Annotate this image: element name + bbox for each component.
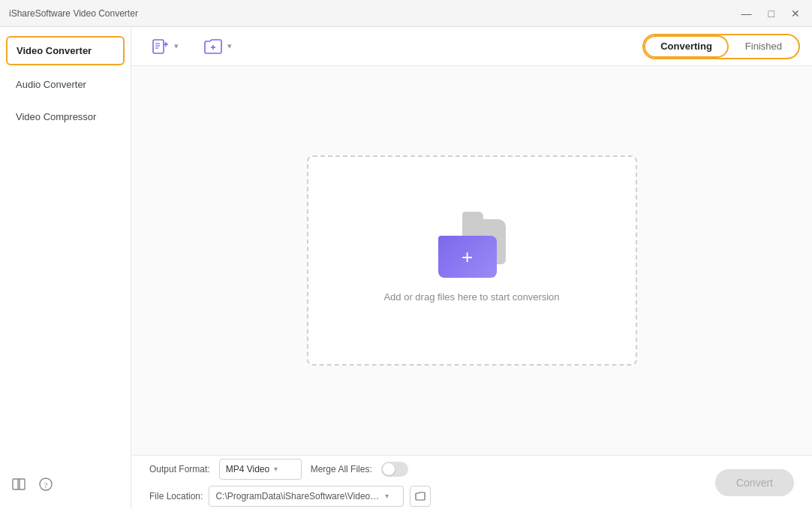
tab-converting[interactable]: Converting (644, 35, 729, 58)
file-location-row: File Location: C:\ProgramData\iShareSoft… (149, 486, 715, 507)
add-folder-button[interactable]: ▾ (195, 32, 239, 61)
add-folder-chevron: ▾ (227, 41, 232, 51)
minimize-button[interactable]: — (738, 8, 755, 20)
add-file-button[interactable]: ▾ (143, 32, 186, 61)
output-format-row: Output Format: MP4 Video ▾ Merge All Fil… (149, 459, 715, 480)
title-bar: iShareSoftware Video Converter — □ ✕ (0, 0, 812, 27)
svg-rect-1 (20, 479, 25, 489)
tab-finished[interactable]: Finished (729, 35, 798, 58)
bottom-main: Output Format: MP4 Video ▾ Merge All Fil… (149, 459, 794, 507)
file-location-label: File Location: (149, 491, 203, 501)
folder-front: + (438, 236, 497, 278)
add-file-chevron: ▾ (174, 41, 179, 51)
merge-all-files-label: Merge All Files: (311, 464, 372, 474)
file-path-chevron-icon: ▾ (385, 492, 389, 500)
drop-zone-wrapper: + Add or drag files here to start conver… (131, 66, 812, 455)
toolbar: ▾ ▾ Converting Finished (131, 27, 812, 66)
folder-icon: + (438, 219, 506, 278)
file-path-text: C:\ProgramData\iShareSoftware\Video Conv… (215, 491, 380, 501)
output-format-select[interactable]: MP4 Video ▾ (219, 459, 302, 480)
bottom-left: Output Format: MP4 Video ▾ Merge All Fil… (149, 459, 715, 507)
drop-zone[interactable]: + Add or drag files here to start conver… (307, 155, 637, 366)
merge-all-files-toggle[interactable] (381, 462, 408, 477)
output-format-value: MP4 Video (226, 464, 269, 474)
sidebar: Video Converter Audio Converter Video Co… (0, 27, 131, 509)
window-controls: — □ ✕ (738, 8, 803, 20)
output-format-label: Output Format: (149, 464, 210, 474)
sidebar-bottom: ? (0, 468, 131, 503)
app-layout: Video Converter Audio Converter Video Co… (0, 27, 812, 509)
bottom-bar: Output Format: MP4 Video ▾ Merge All Fil… (131, 455, 812, 509)
app-title: iShareSoftware Video Converter (9, 8, 138, 19)
sidebar-item-audio-converter[interactable]: Audio Converter (0, 70, 131, 99)
sidebar-item-video-compressor[interactable]: Video Compressor (0, 102, 131, 131)
tab-switcher: Converting Finished (642, 34, 800, 59)
content-area: ▾ ▾ Converting Finished (131, 27, 812, 509)
book-icon[interactable] (12, 478, 26, 493)
svg-rect-0 (13, 479, 18, 489)
close-button[interactable]: ✕ (788, 8, 803, 20)
folder-plus-icon: + (462, 247, 473, 267)
restore-button[interactable]: □ (765, 8, 777, 20)
sidebar-item-video-converter[interactable]: Video Converter (6, 36, 125, 65)
svg-text:?: ? (44, 480, 48, 489)
format-chevron-icon: ▾ (274, 465, 278, 473)
svg-rect-6 (153, 40, 164, 53)
convert-button[interactable]: Convert (715, 469, 794, 496)
browse-folder-button[interactable] (410, 486, 431, 507)
drop-zone-text: Add or drag files here to start conversi… (383, 291, 559, 303)
help-icon[interactable]: ? (39, 477, 53, 494)
file-location-path[interactable]: C:\ProgramData\iShareSoftware\Video Conv… (209, 486, 404, 507)
